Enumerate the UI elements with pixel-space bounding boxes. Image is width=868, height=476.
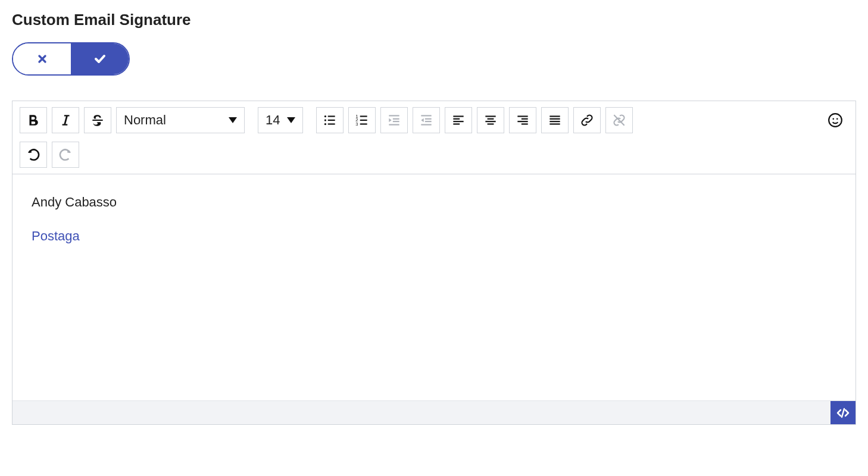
font-size-select[interactable]: 14 — [258, 107, 303, 133]
emoji-button[interactable] — [822, 107, 848, 133]
toggle-on-button[interactable] — [71, 43, 129, 74]
unlink-button[interactable] — [605, 107, 633, 133]
align-left-button[interactable] — [445, 107, 472, 133]
code-icon — [836, 406, 850, 420]
check-icon — [93, 52, 107, 66]
page-title: Custom Email Signature — [12, 11, 856, 29]
list-bullet-icon — [322, 112, 338, 128]
toggle-off-button[interactable] — [13, 43, 71, 74]
svg-point-2 — [324, 123, 326, 125]
undo-button[interactable] — [20, 142, 47, 168]
italic-button[interactable] — [52, 107, 79, 133]
signature-line: Andy Cabasso — [32, 193, 836, 212]
editor-content[interactable]: Andy Cabasso Postaga — [13, 174, 855, 400]
paragraph-style-value: Normal — [124, 112, 166, 128]
signature-link[interactable]: Postaga — [32, 228, 80, 243]
link-button[interactable] — [573, 107, 601, 133]
ordered-list-button[interactable]: 123 — [348, 107, 376, 133]
svg-text:3: 3 — [355, 121, 358, 127]
chevron-down-icon — [287, 117, 295, 123]
font-size-value: 14 — [266, 112, 280, 128]
bold-button[interactable] — [20, 107, 47, 133]
strikethrough-icon — [90, 112, 105, 128]
svg-point-39 — [836, 118, 838, 120]
signature-editor: Normal 14 123 — [12, 101, 856, 425]
smile-icon — [828, 112, 843, 128]
undo-icon — [26, 147, 41, 162]
unordered-list-button[interactable] — [316, 107, 344, 133]
outdent-button[interactable] — [413, 107, 440, 133]
unlink-icon — [611, 112, 627, 128]
strike-button[interactable] — [84, 107, 111, 133]
svg-point-38 — [832, 118, 834, 120]
bold-icon — [26, 112, 41, 128]
align-right-button[interactable] — [509, 107, 536, 133]
align-center-icon — [483, 112, 498, 128]
redo-icon — [58, 147, 73, 162]
signature-toggle — [12, 42, 130, 76]
svg-point-1 — [324, 119, 326, 121]
link-icon — [579, 112, 595, 128]
paragraph-style-select[interactable]: Normal — [116, 107, 245, 133]
code-view-button[interactable] — [830, 401, 855, 424]
align-right-icon — [515, 112, 530, 128]
align-justify-icon — [547, 112, 563, 128]
svg-point-0 — [324, 115, 326, 117]
chevron-down-icon — [229, 117, 237, 123]
italic-icon — [58, 112, 73, 128]
outdent-icon — [419, 112, 434, 128]
redo-button[interactable] — [52, 142, 79, 168]
svg-point-37 — [829, 114, 842, 127]
list-number-icon: 123 — [354, 112, 370, 128]
editor-toolbar: Normal 14 123 — [13, 101, 855, 174]
editor-footer — [13, 400, 855, 424]
align-left-icon — [451, 112, 466, 128]
align-center-button[interactable] — [477, 107, 504, 133]
svg-line-40 — [842, 409, 844, 417]
align-justify-button[interactable] — [541, 107, 569, 133]
indent-icon — [386, 112, 402, 128]
indent-button[interactable] — [380, 107, 408, 133]
close-icon — [36, 53, 48, 65]
